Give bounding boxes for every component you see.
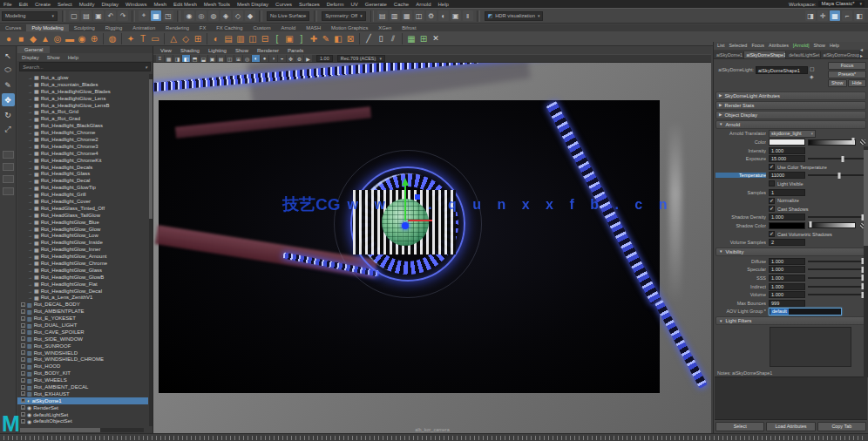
outliner-item-rot-windshield-chrome[interactable]: +▥Rot_WINDSHIELD_CHROME: [17, 356, 148, 363]
shelf-tab-fx-caching[interactable]: FX Caching: [211, 24, 248, 31]
outliner-item-rot-side-window[interactable]: +▥Rot_SIDE_WINDOW: [17, 336, 148, 343]
value-volume[interactable]: 1.000: [769, 291, 805, 298]
outliner-item-rot-headlight-blackglass[interactable]: →▦Rot_Headlight_BlackGlass: [17, 122, 148, 129]
shelf-item-icon[interactable]: ▦: [405, 32, 417, 44]
menu-mesh[interactable]: Mesh: [150, 2, 170, 7]
render-icon[interactable]: ▤: [377, 10, 388, 21]
viewport-toolbar-icon[interactable]: ≡: [156, 55, 164, 62]
menu-edit-mesh[interactable]: Edit Mesh: [170, 2, 200, 7]
value-shadow-density[interactable]: 1.000: [769, 214, 805, 220]
render-icon[interactable]: ⚙: [426, 10, 437, 21]
hdr-visualization-selector[interactable]: ◩HDR visualization▾: [485, 11, 544, 21]
value-sss[interactable]: 1.000: [769, 275, 805, 282]
viewport-toolbar-icon[interactable]: ●: [261, 55, 268, 62]
viewport-toolbar-icon[interactable]: ◎: [243, 55, 251, 62]
viewport-menu-renderer[interactable]: Renderer: [253, 48, 283, 53]
scale-tool[interactable]: ⤢: [2, 123, 15, 136]
render-icon[interactable]: ◐: [438, 10, 449, 21]
node-name-field[interactable]: aiSkyDomeShape1: [756, 66, 808, 74]
tab-scroll-arrows[interactable]: ◂ ▸: [860, 46, 868, 58]
outliner-item-rot-headlight-glass[interactable]: →▦Rot_Headlight_Glass: [17, 170, 148, 177]
snap-icon[interactable]: ◆: [245, 10, 255, 21]
outliner-item-rot-headlight-grill[interactable]: →▦Rot_Headlight_Grill: [17, 191, 148, 198]
render-icon[interactable]: ▣: [451, 10, 461, 21]
menu-windows[interactable]: Windows: [122, 2, 150, 7]
outliner-item-aiskydome1[interactable]: +◐aiSkyDome1: [17, 397, 148, 404]
ae-tab-aiskydomegroup[interactable]: aiSkyDomeGroup: [821, 51, 860, 58]
shelf-item-icon[interactable]: ✚: [308, 32, 320, 44]
move-tool[interactable]: ✥: [2, 93, 15, 106]
outliner-item-rot-headlight-chromekit[interactable]: →▦Rot_Headlight_ChromeKit: [17, 157, 148, 164]
outliner-item-rot-headglass-tailglow[interactable]: →▦Rot_HeadGlass_TailGlow: [17, 212, 148, 219]
shelf-item-icon[interactable]: ]: [295, 32, 308, 44]
view-transform-selector[interactable]: Rec.709 (ACES)▾: [337, 55, 385, 62]
live-surface-field[interactable]: No Live Surface: [267, 11, 309, 21]
outliner-item-rot-exhaust[interactable]: +▥Rot_EXHAUST: [17, 390, 148, 397]
checkbox-normalize[interactable]: ✓: [769, 198, 775, 204]
section-arnold[interactable]: ▼Arnold: [715, 120, 866, 129]
layout-shortcut-button[interactable]: [3, 175, 14, 183]
shelf-item-icon[interactable]: ◉: [76, 32, 88, 44]
viewport-toolbar-icon[interactable]: ▤: [217, 55, 225, 62]
render-icon[interactable]: ◫: [414, 10, 424, 21]
shelf-item-icon[interactable]: ▬: [64, 32, 76, 44]
checkbox-cast-volumetric-shadows[interactable]: ✓: [769, 231, 775, 237]
sidebar-toggle-icon[interactable]: ◨: [805, 10, 816, 21]
move-manipulator-center[interactable]: [402, 222, 409, 229]
select-tool[interactable]: ↖: [2, 49, 15, 62]
shelf-tab-arnold[interactable]: Arnold: [276, 24, 302, 31]
outliner-tab-general[interactable]: General: [17, 46, 50, 53]
shelf-item-icon[interactable]: ⊞: [417, 32, 430, 44]
outliner-item-rot-cave-spoiler[interactable]: +▥Rot_CAVE_SPOILER: [17, 329, 148, 336]
load-attributes-button[interactable]: Load Attributes: [766, 422, 815, 431]
outliner-item-rot-headlightglow-inner[interactable]: →▦Rot_HeadlightGlow_Inner: [17, 246, 148, 253]
selection-mask-icon[interactable]: ◳: [163, 10, 173, 21]
outliner-menu-display[interactable]: Display: [22, 55, 39, 60]
shelf-item-icon[interactable]: ◫: [247, 32, 259, 44]
slider-temperature[interactable]: [808, 174, 865, 176]
viewport-menu-panels[interactable]: Panels: [283, 48, 308, 53]
outliner-item-renderset[interactable]: +◉RenderSet: [17, 404, 148, 411]
move-manipulator-y-axis[interactable]: [404, 186, 406, 220]
outliner-item-rot-a-headlightglow-lens[interactable]: →▦Rot_a_HeadlightGlow_Lens: [17, 95, 148, 102]
outliner-item-rot-headlightglow-glow[interactable]: →▦Rot_HeadlightGlow_Glow: [17, 226, 148, 233]
move-manipulator-handle[interactable]: [415, 194, 420, 200]
section-render-stats[interactable]: ▶Render Stats: [715, 101, 866, 110]
outliner-item-rot-a-headlightglow-lensb[interactable]: →▦Rot_a_HeadlightGlow_LensB: [17, 102, 148, 109]
selection-mask-icon[interactable]: ▦: [151, 10, 161, 21]
shelf-tab-animation[interactable]: Animation: [127, 24, 160, 31]
menu-create[interactable]: Create: [31, 2, 54, 7]
layout-shortcut-button[interactable]: [3, 151, 14, 159]
value-samples[interactable]: 1: [769, 189, 805, 196]
ae-menu-focus[interactable]: Focus: [749, 43, 766, 48]
value-max-bounces[interactable]: 999: [769, 300, 805, 307]
outliner-item-rot-a-lens-zenithv1[interactable]: →▦Rot_a_Lens_ZenithV1: [17, 295, 148, 302]
outliner-item-rot-headlightglow-low[interactable]: →▦Rot_HeadlightGlow_Low: [17, 232, 148, 239]
outliner-item-rot-headlightglow-chrome[interactable]: →▦Rot_HeadlightGlow_Chrome: [17, 260, 148, 267]
outliner-item-rot-decal-body[interactable]: +▥Rot_DECAL_BODY: [17, 301, 148, 308]
snap-icon[interactable]: ◉: [184, 10, 194, 21]
checkbox-light-visible[interactable]: [769, 180, 775, 187]
select-button[interactable]: Select: [715, 422, 764, 431]
snap-icon[interactable]: ◎: [196, 10, 207, 21]
slider-exposure[interactable]: [808, 158, 865, 159]
sidebar-toggle-icon[interactable]: ✛: [817, 10, 828, 21]
ae-menu-attributes[interactable]: Attributes: [767, 43, 790, 48]
viewport-toolbar-icon[interactable]: ⬓: [200, 55, 207, 62]
ae-tab-defaultlightset[interactable]: defaultLightSet: [786, 51, 820, 58]
viewport-toolbar-icon[interactable]: ◒: [278, 55, 286, 62]
outliner-item-rot-headlight-decals[interactable]: →▦Rot_Headlight_Decals: [17, 164, 148, 171]
outliner-item-rot-headlightglow-glowb[interactable]: →▦Rot_HeadlightGlow_GlowB: [17, 274, 148, 281]
shelf-tab-fx[interactable]: FX: [194, 24, 211, 31]
color-slider-color[interactable]: [808, 139, 856, 146]
render-icon[interactable]: ▥: [390, 10, 400, 21]
sidebar-toggle-icon[interactable]: ◧: [854, 10, 865, 21]
shelf-tab-mash[interactable]: MASH: [301, 24, 326, 31]
menu-edit[interactable]: Edit: [16, 2, 31, 7]
show-button[interactable]: Show: [828, 79, 847, 87]
slider-specular[interactable]: [808, 268, 865, 270]
time-slider[interactable]: [0, 433, 868, 441]
sidebar-toggle-icon[interactable]: ▦: [830, 10, 840, 21]
slider-sss[interactable]: [808, 277, 865, 279]
shelf-item-icon[interactable]: ■: [15, 32, 27, 44]
